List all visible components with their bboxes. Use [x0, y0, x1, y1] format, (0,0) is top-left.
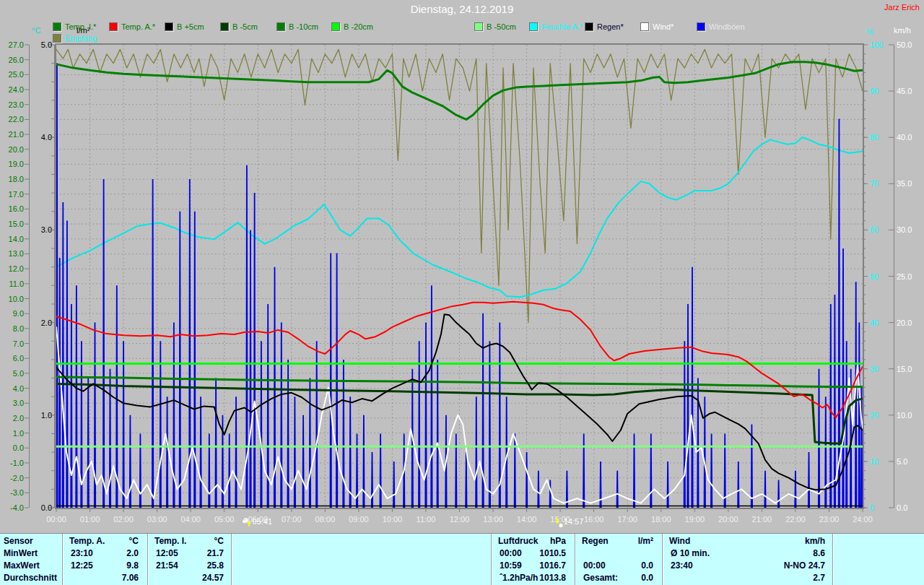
- table-row-label: MaxWert: [4, 560, 40, 571]
- svg-text:13.0: 13.0: [9, 249, 24, 258]
- svg-text:50.0: 50.0: [897, 40, 912, 49]
- svg-text:22.0: 22.0: [9, 115, 24, 124]
- sunrise-time: 05:41: [252, 517, 272, 526]
- svg-text:5.0: 5.0: [13, 369, 24, 378]
- sunrise-icon: [243, 517, 252, 527]
- sunset-time: 14:57: [564, 517, 584, 526]
- svg-text:15.0: 15.0: [9, 220, 24, 228]
- svg-text:0.0: 0.0: [13, 443, 24, 452]
- svg-text:18:00: 18:00: [651, 515, 671, 524]
- svg-text:18.0: 18.0: [9, 175, 24, 183]
- svg-text:04:00: 04:00: [180, 515, 201, 524]
- svg-text:10: 10: [870, 457, 879, 466]
- table-cell-value: 2.7: [663, 573, 825, 583]
- svg-text:25.0: 25.0: [897, 272, 912, 281]
- svg-text:100: 100: [870, 40, 883, 49]
- svg-text:30: 30: [870, 365, 879, 373]
- svg-text:23.0: 23.0: [9, 100, 24, 109]
- chart-plot-area[interactable]: 27.026.025.024.023.022.021.020.019.018.0…: [0, 0, 924, 533]
- svg-text:4.0: 4.0: [41, 133, 52, 142]
- svg-text:14.0: 14.0: [9, 235, 24, 243]
- table-separator: [662, 534, 663, 585]
- sunrise-marker: 05:41: [243, 517, 272, 527]
- svg-text:07:00: 07:00: [282, 515, 302, 524]
- table-cell-value: 0.0: [576, 560, 653, 571]
- svg-text:40: 40: [870, 318, 879, 327]
- svg-text:1.0: 1.0: [41, 411, 52, 420]
- svg-text:70: 70: [870, 179, 879, 188]
- svg-text:08:00: 08:00: [315, 515, 336, 524]
- svg-text:27.0: 27.0: [9, 40, 24, 49]
- svg-text:20.0: 20.0: [9, 145, 24, 154]
- stats-table: SensorMinWertMaxWertDurchschnittTemp. A.…: [0, 533, 924, 585]
- svg-text:14:00: 14:00: [517, 515, 537, 524]
- svg-text:5.0: 5.0: [897, 457, 907, 466]
- svg-text:40.0: 40.0: [897, 133, 912, 142]
- svg-text:0.0: 0.0: [897, 503, 907, 512]
- svg-text:-3.0: -3.0: [10, 488, 24, 497]
- svg-text:19:00: 19:00: [685, 515, 705, 524]
- table-separator: [491, 534, 492, 585]
- table-separator: [147, 534, 148, 585]
- svg-text:02:00: 02:00: [113, 515, 134, 524]
- table-row-label: MinWert: [4, 548, 38, 558]
- sunset-icon: [554, 517, 564, 527]
- svg-text:17.0: 17.0: [9, 190, 24, 199]
- svg-text:8.0: 8.0: [13, 324, 24, 333]
- table-group-unit: °C: [149, 536, 224, 546]
- svg-text:5.0: 5.0: [41, 40, 52, 49]
- table-group-unit: hPa: [492, 536, 566, 546]
- svg-text:30.0: 30.0: [897, 225, 912, 234]
- svg-text:6.0: 6.0: [13, 354, 24, 363]
- svg-text:1.0: 1.0: [13, 429, 24, 438]
- svg-text:3.0: 3.0: [41, 225, 52, 234]
- svg-text:11.0: 11.0: [9, 280, 24, 288]
- svg-text:12:00: 12:00: [450, 515, 470, 524]
- svg-text:21:00: 21:00: [752, 515, 772, 524]
- svg-text:2.0: 2.0: [41, 318, 52, 327]
- svg-text:60: 60: [870, 225, 879, 234]
- svg-text:15.0: 15.0: [897, 365, 912, 373]
- table-cell-value: 9.8: [64, 560, 139, 571]
- svg-text:-4.0: -4.0: [10, 503, 24, 512]
- sunset-marker: 14:57: [554, 517, 584, 527]
- table-cell-value: N-NO 24.7: [663, 560, 825, 571]
- svg-text:20.0: 20.0: [897, 318, 912, 327]
- svg-text:9.0: 9.0: [13, 309, 24, 318]
- table-separator: [832, 534, 833, 585]
- svg-text:21.0: 21.0: [9, 130, 24, 139]
- svg-text:-2.0: -2.0: [10, 474, 24, 482]
- svg-text:25.0: 25.0: [9, 70, 24, 79]
- table-separator: [62, 534, 63, 585]
- svg-text:0: 0: [870, 503, 874, 512]
- table-row-label: Durchschnitt: [4, 573, 57, 583]
- svg-text:80: 80: [870, 133, 879, 142]
- svg-text:00:00: 00:00: [46, 515, 66, 524]
- table-group-unit: l/m²: [576, 536, 653, 546]
- svg-text:90: 90: [870, 87, 879, 95]
- svg-text:01:00: 01:00: [80, 515, 100, 524]
- table-separator: [231, 534, 232, 585]
- svg-text:10:00: 10:00: [383, 515, 403, 524]
- svg-text:45.0: 45.0: [897, 87, 912, 95]
- svg-text:12.0: 12.0: [9, 264, 24, 273]
- svg-text:17:00: 17:00: [617, 515, 637, 524]
- svg-text:26.0: 26.0: [9, 56, 24, 64]
- svg-text:11:00: 11:00: [417, 515, 436, 524]
- svg-text:19.0: 19.0: [9, 160, 24, 168]
- weather-chart-window: Dienstag, 24.12.2019 Jarz Erich °C l/m² …: [0, 0, 924, 585]
- svg-text:7.0: 7.0: [13, 339, 24, 348]
- svg-text:05:00: 05:00: [214, 515, 235, 524]
- table-cell-value: 7.06: [64, 573, 139, 583]
- svg-text:24.0: 24.0: [9, 85, 24, 94]
- table-cell-value: 8.6: [663, 548, 825, 558]
- svg-text:24:00: 24:00: [853, 515, 873, 524]
- svg-text:3.0: 3.0: [13, 399, 24, 407]
- svg-text:50: 50: [870, 272, 879, 281]
- humidity-axis-labels: 1009080706050403020100: [863, 40, 883, 512]
- x-axis-labels: 00:0001:0002:0003:0004:0005:0006:0007:00…: [46, 508, 873, 524]
- svg-text:2.0: 2.0: [13, 414, 24, 422]
- table-cell-value: 1010.5: [492, 548, 566, 558]
- svg-text:20: 20: [870, 411, 879, 420]
- svg-text:09:00: 09:00: [349, 515, 369, 524]
